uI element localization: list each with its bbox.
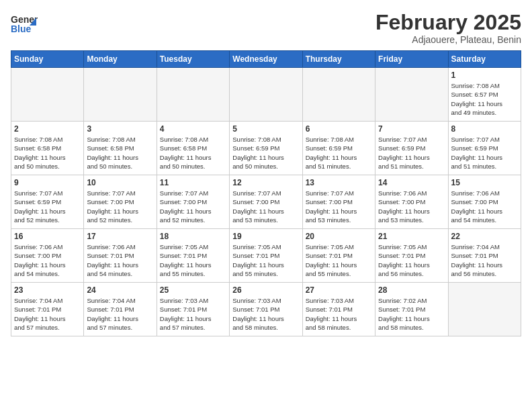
- day-info: Sunrise: 7:06 AM Sunset: 7:01 PM Dayligh…: [87, 242, 153, 278]
- day-info: Sunrise: 7:06 AM Sunset: 7:00 PM Dayligh…: [378, 189, 445, 224]
- title-area: February 2025 Adjaouere, Plateau, Benin: [375, 11, 521, 45]
- weekday-header-sunday: Sunday: [11, 51, 84, 68]
- calendar-cell: 4Sunrise: 7:08 AM Sunset: 6:58 PM Daylig…: [157, 122, 229, 175]
- day-info: Sunrise: 7:08 AM Sunset: 6:59 PM Dayligh…: [232, 135, 299, 171]
- weekday-header-wednesday: Wednesday: [230, 51, 302, 68]
- day-number: 22: [451, 232, 518, 241]
- calendar-cell: 21Sunrise: 7:05 AM Sunset: 7:01 PM Dayli…: [375, 229, 448, 283]
- header: General Blue February 2025 Adjaouere, Pl…: [11, 11, 521, 45]
- day-number: 8: [451, 124, 518, 134]
- week-row-5: 23Sunrise: 7:04 AM Sunset: 7:01 PM Dayli…: [11, 283, 521, 336]
- day-number: 16: [14, 232, 81, 241]
- day-number: 21: [378, 232, 445, 241]
- calendar-cell: 14Sunrise: 7:06 AM Sunset: 7:00 PM Dayli…: [375, 175, 448, 229]
- day-number: 15: [451, 178, 518, 187]
- day-info: Sunrise: 7:03 AM Sunset: 7:01 PM Dayligh…: [306, 296, 372, 332]
- day-number: 4: [160, 124, 226, 134]
- day-info: Sunrise: 7:07 AM Sunset: 6:59 PM Dayligh…: [14, 189, 81, 224]
- day-info: Sunrise: 7:04 AM Sunset: 7:01 PM Dayligh…: [451, 242, 518, 278]
- calendar-cell: 22Sunrise: 7:04 AM Sunset: 7:01 PM Dayli…: [448, 229, 521, 283]
- calendar-cell: 10Sunrise: 7:07 AM Sunset: 7:00 PM Dayli…: [84, 175, 157, 229]
- day-info: Sunrise: 7:03 AM Sunset: 7:01 PM Dayligh…: [160, 296, 226, 332]
- day-info: Sunrise: 7:07 AM Sunset: 7:00 PM Dayligh…: [160, 189, 226, 224]
- week-row-1: 1Sunrise: 7:08 AM Sunset: 6:57 PM Daylig…: [11, 68, 521, 122]
- day-number: 17: [87, 232, 153, 241]
- calendar-cell: 7Sunrise: 7:07 AM Sunset: 6:59 PM Daylig…: [375, 122, 448, 175]
- calendar-cell: 17Sunrise: 7:06 AM Sunset: 7:01 PM Dayli…: [84, 229, 157, 283]
- calendar-cell: [302, 68, 375, 122]
- day-info: Sunrise: 7:07 AM Sunset: 6:59 PM Dayligh…: [451, 135, 518, 171]
- day-info: Sunrise: 7:05 AM Sunset: 7:01 PM Dayligh…: [160, 242, 226, 278]
- calendar-cell: 12Sunrise: 7:07 AM Sunset: 7:00 PM Dayli…: [230, 175, 302, 229]
- day-info: Sunrise: 7:08 AM Sunset: 6:58 PM Dayligh…: [87, 135, 153, 171]
- day-number: 27: [306, 285, 372, 295]
- calendar-cell: [11, 68, 84, 122]
- location-subtitle: Adjaouere, Plateau, Benin: [375, 34, 521, 45]
- day-number: 1: [451, 71, 518, 80]
- day-info: Sunrise: 7:07 AM Sunset: 7:00 PM Dayligh…: [87, 189, 153, 224]
- day-info: Sunrise: 7:06 AM Sunset: 7:00 PM Dayligh…: [14, 242, 81, 278]
- calendar-cell: 1Sunrise: 7:08 AM Sunset: 6:57 PM Daylig…: [448, 68, 521, 122]
- calendar-cell: 20Sunrise: 7:05 AM Sunset: 7:01 PM Dayli…: [302, 229, 375, 283]
- calendar-cell: [230, 68, 302, 122]
- calendar-cell: 18Sunrise: 7:05 AM Sunset: 7:01 PM Dayli…: [157, 229, 229, 283]
- day-number: 5: [232, 124, 299, 134]
- day-info: Sunrise: 7:04 AM Sunset: 7:01 PM Dayligh…: [87, 296, 153, 332]
- day-number: 24: [87, 285, 153, 295]
- weekday-header-friday: Friday: [375, 51, 448, 68]
- day-number: 13: [306, 178, 372, 187]
- day-info: Sunrise: 7:08 AM Sunset: 6:58 PM Dayligh…: [14, 135, 81, 171]
- calendar-cell: 5Sunrise: 7:08 AM Sunset: 6:59 PM Daylig…: [230, 122, 302, 175]
- day-number: 20: [306, 232, 372, 241]
- day-info: Sunrise: 7:08 AM Sunset: 6:59 PM Dayligh…: [306, 135, 372, 171]
- day-info: Sunrise: 7:07 AM Sunset: 6:59 PM Dayligh…: [378, 135, 445, 171]
- day-number: 19: [232, 232, 299, 241]
- weekday-header-thursday: Thursday: [302, 51, 375, 68]
- day-info: Sunrise: 7:03 AM Sunset: 7:01 PM Dayligh…: [232, 296, 299, 332]
- calendar-cell: 11Sunrise: 7:07 AM Sunset: 7:00 PM Dayli…: [157, 175, 229, 229]
- calendar-cell: 28Sunrise: 7:02 AM Sunset: 7:01 PM Dayli…: [375, 283, 448, 336]
- weekday-header-tuesday: Tuesday: [157, 51, 229, 68]
- day-number: 7: [378, 124, 445, 134]
- day-number: 14: [378, 178, 445, 187]
- day-number: 28: [378, 285, 445, 295]
- calendar-cell: 13Sunrise: 7:07 AM Sunset: 7:00 PM Dayli…: [302, 175, 375, 229]
- calendar-cell: 27Sunrise: 7:03 AM Sunset: 7:01 PM Dayli…: [302, 283, 375, 336]
- day-info: Sunrise: 7:04 AM Sunset: 7:01 PM Dayligh…: [14, 296, 81, 332]
- calendar-cell: 8Sunrise: 7:07 AM Sunset: 6:59 PM Daylig…: [448, 122, 521, 175]
- day-number: 23: [14, 285, 81, 295]
- day-info: Sunrise: 7:02 AM Sunset: 7:01 PM Dayligh…: [378, 296, 445, 332]
- calendar-cell: 26Sunrise: 7:03 AM Sunset: 7:01 PM Dayli…: [230, 283, 302, 336]
- calendar-cell: 15Sunrise: 7:06 AM Sunset: 7:00 PM Dayli…: [448, 175, 521, 229]
- weekday-header-row: SundayMondayTuesdayWednesdayThursdayFrid…: [11, 51, 521, 68]
- day-number: 9: [14, 178, 81, 187]
- calendar-cell: [375, 68, 448, 122]
- svg-text:Blue: Blue: [11, 24, 32, 34]
- calendar-cell: 25Sunrise: 7:03 AM Sunset: 7:01 PM Dayli…: [157, 283, 229, 336]
- day-number: 25: [160, 285, 226, 295]
- day-info: Sunrise: 7:08 AM Sunset: 6:57 PM Dayligh…: [451, 81, 518, 117]
- day-info: Sunrise: 7:07 AM Sunset: 7:00 PM Dayligh…: [306, 189, 372, 224]
- month-title: February 2025: [375, 11, 521, 34]
- day-number: 6: [306, 124, 372, 134]
- week-row-2: 2Sunrise: 7:08 AM Sunset: 6:58 PM Daylig…: [11, 122, 521, 175]
- weekday-header-monday: Monday: [84, 51, 157, 68]
- weekday-header-saturday: Saturday: [448, 51, 521, 68]
- calendar-cell: 16Sunrise: 7:06 AM Sunset: 7:00 PM Dayli…: [11, 229, 84, 283]
- logo-graphic: General Blue: [11, 11, 38, 40]
- day-info: Sunrise: 7:05 AM Sunset: 7:01 PM Dayligh…: [232, 242, 299, 278]
- calendar-cell: [84, 68, 157, 122]
- calendar-cell: 24Sunrise: 7:04 AM Sunset: 7:01 PM Dayli…: [84, 283, 157, 336]
- calendar-cell: 23Sunrise: 7:04 AM Sunset: 7:01 PM Dayli…: [11, 283, 84, 336]
- day-number: 26: [232, 285, 299, 295]
- day-info: Sunrise: 7:05 AM Sunset: 7:01 PM Dayligh…: [306, 242, 372, 278]
- calendar-cell: 3Sunrise: 7:08 AM Sunset: 6:58 PM Daylig…: [84, 122, 157, 175]
- day-number: 12: [232, 178, 299, 187]
- calendar-cell: 19Sunrise: 7:05 AM Sunset: 7:01 PM Dayli…: [230, 229, 302, 283]
- calendar-cell: [448, 283, 521, 336]
- day-number: 18: [160, 232, 226, 241]
- week-row-3: 9Sunrise: 7:07 AM Sunset: 6:59 PM Daylig…: [11, 175, 521, 229]
- day-number: 3: [87, 124, 153, 134]
- calendar-cell: 6Sunrise: 7:08 AM Sunset: 6:59 PM Daylig…: [302, 122, 375, 175]
- calendar-cell: 9Sunrise: 7:07 AM Sunset: 6:59 PM Daylig…: [11, 175, 84, 229]
